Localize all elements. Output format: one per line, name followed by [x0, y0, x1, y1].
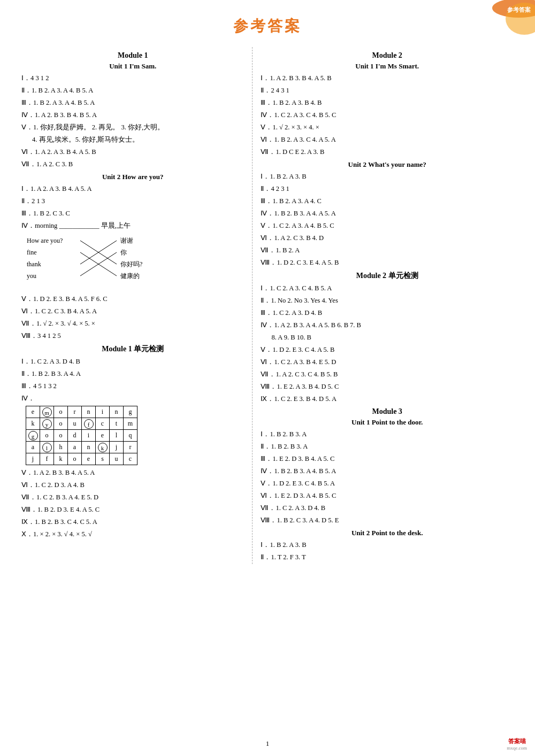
answer-line: Ⅲ．1. B 2. C 3. C [21, 208, 244, 219]
unit1-answers: Ⅰ．4 3 1 2 Ⅱ．1. B 2. A 3. A 4. B 5. A Ⅲ．1… [21, 73, 244, 169]
answer-line: Ⅲ．1. C 2. A 3. D 4. B [261, 307, 514, 318]
unit2-answers: Ⅰ．1. A 2. A 3. B 4. A 5. A Ⅱ．2 1 3 Ⅲ．1. … [21, 183, 244, 231]
answer-line: Ⅵ．1. A 2. A 3. B 4. A 5. B [21, 146, 244, 157]
module3-unit2-answers: Ⅰ．1. B 2. A 3. B Ⅱ．1. T 2. F 3. T [261, 539, 514, 562]
module3-unit1-title: Unit 1 Point to the door. [261, 418, 514, 427]
module1-title: Module 1 [21, 51, 244, 60]
answer-line: Ⅶ．1. D C E 2. A 3. B [261, 146, 514, 157]
answer-line: Ⅷ．1. E 2. A 3. B 4. D 5. C [261, 381, 514, 392]
answer-line: Ⅱ．4 2 3 1 [261, 183, 514, 194]
answer-line: Ⅱ．2 4 3 1 [261, 85, 514, 96]
module2-title: Module 2 [261, 51, 514, 60]
answer-line: Ⅳ．1. C 2. A 3. C 4. B 5. C [261, 110, 514, 120]
answer-line: Ⅹ．1. × 2. × 3. √ 4. × 5. √ [21, 529, 244, 539]
answer-line: Ⅳ．1. B 2. B 3. A 4. B 5. A [261, 466, 514, 476]
answer-line: Ⅰ．4 3 1 2 [21, 73, 244, 83]
watermark: 答案喵 mxqe.com [507, 737, 527, 751]
answer-line: Ⅴ．1. √ 2. × 3. × 4. × [261, 122, 514, 133]
answer-line: Ⅲ．1. B 2. A 3. A 4. C [261, 196, 514, 206]
module3-unit1-answers: Ⅰ．1. B 2. B 3. A Ⅱ．1. B 2. B 3. A Ⅲ．1. E… [261, 429, 514, 526]
answer-line: Ⅲ．4 5 1 3 2 [21, 381, 244, 391]
table-row: j f k o e s u c [26, 453, 137, 465]
answer-line: Ⅰ．1. C 2. A 3. C 4. B 5. A [261, 283, 514, 294]
answer-line: Ⅱ．1. B 2. B 3. A [261, 441, 514, 452]
module2-unit1-title: Unit 1 I'm Ms Smart. [261, 62, 514, 71]
answer-line: Ⅰ．1. A 2. A 3. B 4. A 5. A [21, 183, 244, 194]
answer-line: Ⅶ．1. C 2. B 3. A 4. E 5. D [21, 492, 244, 503]
answer-line: Ⅰ．1. C 2. A 3. D 4. B [21, 356, 244, 367]
answer-line: Ⅲ．1. E 2. D 3. B 4. A 5. C [261, 453, 514, 464]
table-row: e m o r n i n g [26, 406, 137, 418]
answer-line: Ⅸ．1. B 2. B 3. C 4. C 5. A [21, 516, 244, 527]
answer-line: Ⅲ．1. B 2. A 3. B 4. B [261, 97, 514, 108]
answer-line: Ⅵ．1. A 2. C 3. B 4. D [261, 233, 514, 243]
answer-line: Ⅳ．1. A 2. B 3. B 4. B 5. A [21, 110, 244, 120]
answer-line: Ⅴ．1. A 2. B 3. B 4. A 5. A [21, 467, 244, 478]
answer-line: Ⅶ．1. A 2. C 3. B [21, 159, 244, 169]
answer-line: Ⅸ．1. C 2. E 3. B 4. D 5. A [261, 394, 514, 404]
unit2-title: Unit 2 How are you? [21, 173, 244, 181]
module2-unit2-answers: Ⅰ．1. B 2. A 3. B Ⅱ．4 2 3 1 Ⅲ．1. B 2. A 3… [261, 171, 514, 268]
answer-line: Ⅴ．1. D 2. E 3. C 4. A 5. B [261, 344, 514, 355]
answer-line: Ⅳ．morning ____________ 早晨,上午 [21, 220, 244, 231]
module2-unit1-answers: Ⅰ．1. A 2. B 3. B 4. A 5. B Ⅱ．2 4 3 1 Ⅲ．1… [261, 73, 514, 157]
word-search-table: e m o r n i n g k y o u f [26, 406, 137, 465]
svg-text:你: 你 [120, 249, 127, 256]
module2-test-title: Module 2 单元检测 [261, 271, 514, 281]
svg-text:参考答案: 参考答案 [507, 6, 531, 13]
answer-line: Ⅶ．1. B 2. A [261, 245, 514, 256]
module2-test-answers: Ⅰ．1. C 2. A 3. C 4. B 5. A Ⅱ．1. No 2. No… [261, 283, 514, 404]
answer-line: Ⅳ．1. B 2. B 3. A 4. A 5. A [261, 208, 514, 219]
right-column: Module 2 Unit 1 I'm Ms Smart. Ⅰ．1. A 2. … [253, 47, 514, 564]
answer-line: Ⅲ．1. B 2. A 3. A 4. B 5. A [21, 97, 244, 108]
answer-line: Ⅱ．1. B 2. A 3. A 4. B 5. A [21, 85, 244, 96]
answer-line: Ⅵ．1. B 2. A 3. C 4. A 5. A [261, 134, 514, 145]
page-number: 1 [266, 739, 270, 748]
svg-text:健康的: 健康的 [120, 272, 140, 280]
answer-line: Ⅴ．1. D 2. E 3. B 4. A 5. F 6. C [21, 294, 244, 304]
answer-line: Ⅳ． [21, 393, 244, 404]
unit1-title: Unit 1 I'm Sam. [21, 62, 244, 71]
answer-line: Ⅵ．1. C 2. A 3. B 4. E 5. D [261, 357, 514, 367]
answer-line: Ⅷ．1. D 2. C 3. E 4. A 5. B [261, 257, 514, 268]
unit2-after-matching: Ⅴ．1. D 2. E 3. B 4. A 5. F 6. C Ⅵ．1. C 2… [21, 294, 244, 341]
module1-test-answers: Ⅰ．1. C 2. A 3. D 4. B Ⅱ．1. B 2. B 3. A 4… [21, 356, 244, 404]
svg-text:How are you?: How are you? [27, 237, 63, 244]
answer-line: 4. 再见,埃米。5. 你好,斯马特女士。 [32, 134, 244, 145]
answer-line: Ⅴ．1. D 2. E 3. C 4. B 5. A [261, 478, 514, 489]
module1-test-after-table: Ⅴ．1. A 2. B 3. B 4. A 5. A Ⅵ．1. C 2. D 3… [21, 467, 244, 539]
svg-text:you: you [27, 272, 36, 280]
answer-line: Ⅵ．1. C 2. D 3. A 4. B [21, 480, 244, 490]
svg-text:thank: thank [27, 260, 41, 268]
module3-unit2-title: Unit 2 Point to the desk. [261, 529, 514, 537]
answer-line: Ⅱ．1. B 2. B 3. A 4. A [21, 368, 244, 379]
answer-line: Ⅴ．1. C 2. A 3. A 4. B 5. C [261, 220, 514, 231]
answer-line: Ⅱ．2 1 3 [21, 196, 244, 206]
answer-line: Ⅰ．1. B 2. A 3. B [261, 171, 514, 182]
table-row: a l h a n k j r [26, 442, 137, 453]
answer-line: Ⅰ．1. B 2. A 3. B [261, 539, 514, 550]
module2-unit2-title: Unit 2 What's your name? [261, 160, 514, 169]
answer-line: Ⅷ．1. B 2. C 3. A 4. D 5. E [261, 515, 514, 526]
answer-line: Ⅴ．1. 你好,我是萨姆。 2. 再见。 3. 你好,大明。 [21, 122, 244, 133]
answer-line: Ⅱ．1. T 2. F 3. T [261, 552, 514, 562]
answer-line: Ⅰ．1. A 2. B 3. B 4. A 5. B [261, 73, 514, 83]
answer-line: Ⅰ．1. B 2. B 3. A [261, 429, 514, 439]
page: 参考答案 参考答案 Module 1 Unit 1 I'm Sam. Ⅰ．4 3… [0, 0, 535, 756]
left-column: Module 1 Unit 1 I'm Sam. Ⅰ．4 3 1 2 Ⅱ．1. … [21, 47, 253, 564]
content-area: Module 1 Unit 1 I'm Sam. Ⅰ．4 3 1 2 Ⅱ．1. … [21, 47, 514, 564]
answer-line: Ⅷ．1. B 2. D 3. E 4. A 5. C [21, 504, 244, 515]
page-title: 参考答案 [21, 0, 514, 47]
matching-diagram: How are you? fine thank you 谢谢 你 你好吗? 健康… [21, 233, 244, 291]
module1-test-title: Module 1 单元检测 [21, 344, 244, 354]
svg-text:谢谢: 谢谢 [120, 237, 133, 244]
answer-line: Ⅳ．1. A 2. B 3. A 4. A 5. B 6. B 7. B [261, 320, 514, 330]
answer-line: Ⅵ．1. E 2. D 3. A 4. B 5. C [261, 490, 514, 501]
top-decoration: 参考答案 [471, 0, 535, 43]
table-row: k y o u f c t m [26, 418, 137, 430]
answer-line: Ⅵ．1. C 2. C 3. B 4. A 5. A [21, 306, 244, 317]
answer-line: Ⅶ．1. C 2. A 3. D 4. B [261, 503, 514, 513]
answer-line: Ⅷ．3 4 1 2 5 [21, 330, 244, 341]
table-row: g o o d i e l q [26, 430, 137, 442]
module3-title: Module 3 [261, 407, 514, 416]
